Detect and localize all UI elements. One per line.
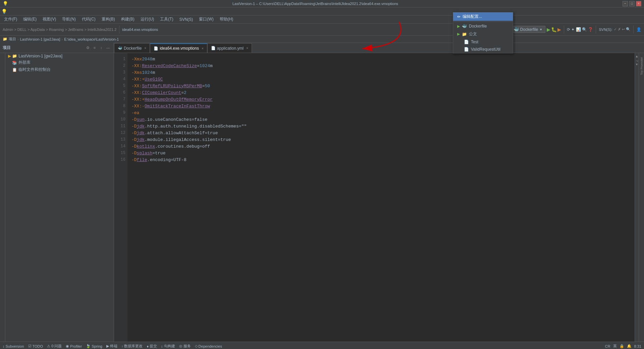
debug-button[interactable]: 🐛 (551, 27, 557, 32)
title-bar: 💡 LastVersion-1 – C:\Users\DELL\AppData\… (0, 0, 644, 7)
dropdown-gongwen-icon: ▶ (457, 32, 460, 36)
panel-list-icon[interactable]: ≡ (92, 45, 98, 51)
code-editor[interactable]: -Xmx2048m -XX:ReservedCodeCacheSize=1024… (127, 53, 639, 342)
status-dependencies[interactable]: ◇ Dependencies (195, 344, 222, 348)
db-label: 数据库更改 (124, 344, 143, 349)
toolbar-sep-3 (596, 26, 596, 34)
menu-file[interactable]: 文件(F) (1, 16, 20, 23)
status-right: CR 英 🔒 🔔 8:31 (605, 344, 641, 349)
window-controls: − □ × (623, 1, 641, 6)
line-num-1: 1 (114, 56, 127, 62)
status-subversion[interactable]: ↕ Subversion (3, 344, 24, 348)
minimize-button[interactable]: − (623, 1, 628, 6)
code-line-7: -XX:+HeapDumpOnOutOfMemoryError (131, 96, 635, 103)
menu-build[interactable]: 构建(B) (118, 16, 137, 23)
status-services[interactable]: ◎ 服务 (179, 344, 191, 349)
menu-refactor[interactable]: 重构(B) (99, 16, 118, 23)
tab-dockerfile-close[interactable]: × (144, 46, 146, 50)
toolbar-sep-2 (564, 26, 564, 34)
dropdown-test[interactable]: 📄 Test (453, 38, 513, 46)
project-panel: ▶ 📁 LastVersion-1 [gw2Java] 📚 外部库 📋 临时文件… (5, 53, 114, 342)
toolbar: Admin > DELL > AppData > Roaming > JetBr… (0, 23, 644, 36)
tab-yml-label: application.yml (217, 46, 244, 51)
dropdown-edit-config[interactable]: ✏ 编辑配置... (453, 12, 513, 21)
dropdown-test-label: Test (471, 40, 478, 44)
status-build[interactable]: ↕ 勾构建 (161, 344, 175, 349)
dependencies-label: Dependencies (199, 344, 222, 348)
services-icon: ◎ (179, 344, 182, 348)
status-todo[interactable]: ☑ TODO (28, 344, 43, 348)
tree-item-temp-files[interactable]: 📋 临时文件和控制台 (5, 66, 114, 73)
tab-dockerfile[interactable]: 🐳 Dockerfile × (114, 43, 150, 53)
panel-collapse-icon[interactable]: — (105, 45, 111, 51)
tree-item-external-libs[interactable]: 📚 外部库 (5, 59, 114, 66)
tab-vmoptions[interactable]: 📄 idea64.exe.vmoptions × (150, 43, 207, 53)
menu-help[interactable]: 帮助(H) (217, 16, 236, 23)
status-terminal[interactable]: ▶ 终端 (106, 344, 117, 349)
dropdown-dockerfile-icon: ▶ (457, 24, 460, 29)
code-line-16: -Dfile.encoding=UTF-8 (131, 156, 635, 163)
line-num-6: 6 (114, 89, 127, 96)
dropdown-gongwen[interactable]: ▶ 📁 公文 (453, 30, 513, 38)
dropdown-gongwen-label: 公文 (469, 31, 477, 37)
line-num-3: 3 (114, 69, 127, 76)
editor-content: 1 2 3 4 5 6 7 8 9 10 11 12 13 14 15 16 -… (114, 53, 639, 342)
menu-window[interactable]: 窗口(W) (196, 16, 216, 23)
dropdown-validrequestutil[interactable]: 📄 ValidRequestUtil (453, 46, 513, 53)
edit-config-label: 编辑配置... (463, 14, 482, 19)
run-buttons: ▶ 🐛 ▶ (547, 27, 561, 32)
db-icon: ↑ (121, 344, 123, 348)
dropdown-dockerfile[interactable]: ▶ 🐳 Dockerfile (453, 22, 513, 30)
tab-yml-close[interactable]: × (246, 46, 248, 50)
restore-button[interactable]: □ (629, 1, 635, 6)
status-profiler[interactable]: ◉ Profiler (66, 344, 82, 348)
menu-code[interactable]: 代码(C) (79, 16, 98, 23)
run-config-dropdown[interactable]: 🐳 Dockerfile ▼ (511, 26, 545, 33)
dropdown-dockerfile-file-icon: 🐳 (462, 24, 467, 29)
coverage-button[interactable]: ▶ (557, 27, 561, 32)
breadcrumb-workspace[interactable]: LastVersion-1 [gw2Java] (20, 37, 60, 41)
terminal-label: 终端 (110, 344, 117, 349)
close-button[interactable]: × (636, 1, 641, 6)
tab-dockerfile-icon: 🐳 (118, 46, 122, 50)
dependencies-icon: ◇ (195, 344, 198, 348)
edit-config-icon: ✏ (457, 14, 461, 19)
tab-vmoptions-close[interactable]: × (202, 47, 204, 50)
tab-application-yml[interactable]: 📄 application.yml × (207, 43, 252, 53)
code-line-5: -XX:SoftRefLRUPolicyMSPerMB=50 (131, 83, 635, 89)
menu-svn[interactable]: SVN(S) (177, 16, 196, 22)
status-spring[interactable]: 🍃 Spring (86, 344, 102, 348)
services-label: 服务 (183, 344, 191, 349)
crlf-indicator[interactable]: CR (605, 344, 610, 348)
code-line-4: -XX:+UseG1GC (131, 76, 635, 83)
menu-tools[interactable]: 工具(T) (157, 16, 176, 23)
breadcrumb-bar: 📁 项目 › LastVersion-1 [gw2Java] › E:\idea… (0, 36, 644, 43)
panel-expand-icon[interactable]: ↕ (98, 45, 104, 51)
status-db-changes[interactable]: ↑ 数据库更改 (121, 344, 143, 349)
language-indicator[interactable]: 英 (613, 344, 617, 349)
line-count-badge: 7 ▼ (635, 60, 639, 66)
line-num-5: 5 (114, 83, 127, 89)
right-sidebar: Toy Promoter (639, 53, 644, 342)
breadcrumb-path-full[interactable]: E:\idea_workspace\LastVersion-1 (64, 37, 119, 41)
menu-run[interactable]: 运行(U) (138, 16, 157, 23)
menu-view[interactable]: 视图(V) (40, 16, 59, 23)
panel-settings-icon[interactable]: ⚙ (85, 45, 91, 51)
status-bar: ↕ Subversion ☑ TODO ⚠ 0 问题 ◉ Profiler 🍃 … (0, 342, 644, 349)
tree-item-lastversion[interactable]: ▶ 📁 LastVersion-1 [gw2Java] (5, 53, 114, 59)
scrollbar-area: ▲ 7 ▼ (635, 53, 639, 342)
breadcrumb-path: Admin > DELL > AppData > Roaming > JetBr… (3, 28, 116, 32)
project-panel-tab: 项目 ⚙ ≡ ↕ — (0, 43, 114, 53)
dropdown-valid-label: ValidRequestUtil (471, 47, 500, 52)
status-commits[interactable]: ♦ 提交 (147, 344, 157, 349)
menu-edit[interactable]: 编辑(E) (20, 16, 39, 23)
menu-navigate[interactable]: 导航(N) (59, 16, 78, 23)
code-line-12: -Djdk.attach.allowAttachSelf=true (131, 130, 635, 136)
notification-icon[interactable]: 🔔 (627, 344, 632, 348)
run-dropdown: ✏ 编辑配置... ▶ 🐳 Dockerfile ▶ 📁 公文 📄 Test 📄… (453, 12, 513, 53)
breadcrumb-project-label[interactable]: 项目 (9, 37, 16, 42)
code-line-9: -ea (131, 109, 635, 116)
status-problems[interactable]: ⚠ 0 问题 (47, 344, 62, 349)
run-button[interactable]: ▶ (547, 27, 550, 32)
line-num-7: 7 (114, 96, 127, 103)
